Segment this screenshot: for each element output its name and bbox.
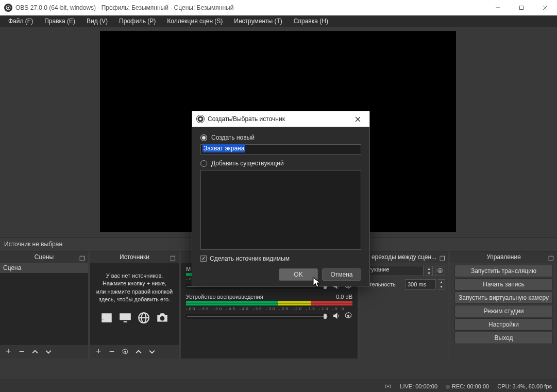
status-bar: LIVE: 00:00:00 REC: 00:00:00 CPU: 3.4%, … <box>0 380 557 392</box>
add-source-button[interactable]: + <box>92 346 105 358</box>
menu-file[interactable]: Файл (F) <box>3 16 38 26</box>
studio-mode-button[interactable]: Режим студии <box>454 305 553 317</box>
menu-view[interactable]: Вид (V) <box>81 16 113 26</box>
dialog-titlebar[interactable]: Создать/Выбрать источник <box>192 111 369 127</box>
vu-meter <box>186 301 352 306</box>
source-name-input[interactable]: Захват экрана <box>200 144 361 155</box>
globe-icon <box>137 311 150 325</box>
svg-point-10 <box>124 351 126 353</box>
image-icon <box>100 311 113 325</box>
scene-item[interactable]: Сцена <box>0 263 88 273</box>
add-scene-button[interactable]: + <box>2 346 14 358</box>
sources-body[interactable]: У вас нет источников. Нажмите кнопку + н… <box>90 263 179 344</box>
popout-icon[interactable]: ❐ <box>440 253 445 264</box>
remove-scene-button[interactable]: − <box>15 346 28 358</box>
svg-rect-3 <box>520 6 524 10</box>
dropdown-arrow[interactable]: ▲▼ <box>426 266 433 276</box>
cpu-status: CPU: 3.4%, 60.00 fps <box>497 383 552 389</box>
rec-status: REC: 00:00:00 <box>452 383 489 389</box>
close-button[interactable] <box>533 0 557 15</box>
speaker-icon[interactable] <box>332 311 341 320</box>
menu-bar: Файл (F) Правка (E) Вид (V) Профиль (P) … <box>0 15 557 27</box>
menu-edit[interactable]: Правка (E) <box>39 16 80 26</box>
make-visible-checkbox[interactable]: ✓ Сделать источник видимым <box>200 255 361 262</box>
window-titlebar: OBS 27.0.0 (64-bit, windows) - Профиль: … <box>0 0 557 15</box>
dialog-title: Создать/Выбрать источник <box>208 115 285 123</box>
broadcast-icon <box>384 382 392 389</box>
add-existing-radio[interactable]: Добавить существующий <box>200 160 361 167</box>
remove-source-button[interactable]: − <box>106 346 118 358</box>
scene-up-button[interactable] <box>29 346 41 358</box>
ok-button[interactable]: OK <box>279 268 318 281</box>
cancel-button[interactable]: Отмена <box>322 268 361 281</box>
checkbox-icon: ✓ <box>200 255 207 262</box>
source-down-button[interactable] <box>146 346 158 358</box>
live-status: LIVE: 00:00:00 <box>400 383 437 389</box>
sources-header: Источники ❐ <box>90 251 179 263</box>
start-virtual-cam-button[interactable]: Запустить виртуальную камеру <box>454 292 553 304</box>
menu-tools[interactable]: Инструменты (T) <box>229 16 287 26</box>
exit-button[interactable]: Выход <box>454 332 553 344</box>
settings-button[interactable]: Настройки <box>454 318 553 331</box>
svg-point-16 <box>199 118 202 121</box>
no-source-label: Источник не выбран <box>4 241 62 248</box>
svg-point-1 <box>8 7 9 9</box>
sources-panel: Источники ❐ У вас нет источников. Нажмит… <box>90 251 179 359</box>
svg-point-12 <box>347 315 349 317</box>
minimize-button[interactable] <box>486 0 510 15</box>
create-new-radio[interactable]: Создать новый <box>200 134 361 141</box>
start-streaming-button[interactable]: Запустить трансляцию <box>454 265 553 277</box>
existing-sources-list[interactable] <box>200 170 361 250</box>
svg-point-9 <box>160 316 165 320</box>
obs-logo-icon <box>196 115 205 123</box>
gear-icon[interactable] <box>344 312 352 320</box>
source-type-icons <box>90 311 179 325</box>
source-up-button[interactable] <box>132 346 145 358</box>
popout-icon[interactable]: ❐ <box>548 253 554 264</box>
controls-header: Управление ❐ <box>450 251 557 263</box>
camera-icon <box>156 311 169 325</box>
create-source-dialog: Создать/Выбрать источник Создать новый З… <box>192 111 370 286</box>
transition-select[interactable]: атухание <box>363 266 424 276</box>
controls-panel: Управление ❐ Запустить трансляцию Начать… <box>450 251 557 359</box>
source-settings-button[interactable] <box>119 346 131 358</box>
svg-point-14 <box>387 385 390 387</box>
scenes-panel: Сцены ❐ Сцена + − <box>0 251 88 359</box>
volume-slider[interactable] <box>186 314 329 319</box>
menu-help[interactable]: Справка (H) <box>289 16 333 26</box>
scene-down-button[interactable] <box>42 346 55 358</box>
duration-spinbox[interactable]: 300 ms <box>405 279 436 289</box>
no-sources-hint: У вас нет источников. Нажмите кнопку + н… <box>90 263 179 307</box>
mixer-channel-2: Устройство воспроизведения0.0 dB -60 -55… <box>186 294 352 320</box>
window-title: OBS 27.0.0 (64-bit, windows) - Профиль: … <box>15 4 233 11</box>
svg-point-13 <box>440 270 441 272</box>
transition-settings-button[interactable] <box>435 266 445 276</box>
radio-icon <box>200 160 207 167</box>
spinbox-arrows[interactable]: ▲▼ <box>438 279 445 289</box>
scenes-header: Сцены ❐ <box>0 251 88 263</box>
radio-icon <box>200 134 207 141</box>
dialog-close-button[interactable] <box>350 111 365 127</box>
transitions-panel: ереходы между сцен... ❐ атухание ▲▼ лите… <box>360 251 448 359</box>
maximize-button[interactable] <box>510 0 533 15</box>
transitions-header: ереходы между сцен... ❐ <box>360 251 448 263</box>
obs-logo-icon <box>4 4 12 12</box>
record-dot-icon <box>446 385 450 389</box>
menu-scene-collection[interactable]: Коллекция сцен (S) <box>162 16 228 26</box>
start-recording-button[interactable]: Начать запись <box>454 278 553 291</box>
display-icon <box>119 311 132 325</box>
menu-profile[interactable]: Профиль (P) <box>114 16 161 26</box>
